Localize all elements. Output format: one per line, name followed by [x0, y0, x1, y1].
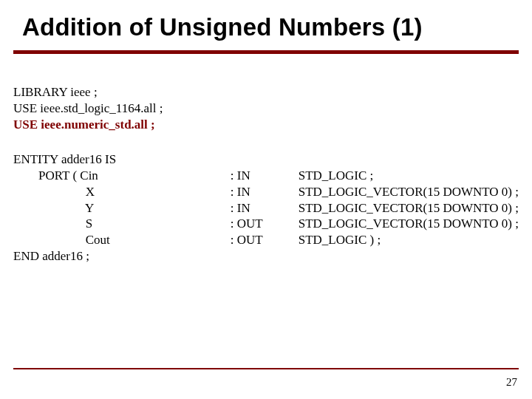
lib-line-3: USE ieee.numeric_std.all ;: [13, 117, 519, 133]
footer-rule: [13, 368, 519, 369]
slide-title: Addition of Unsigned Numbers (1): [22, 13, 423, 41]
entity-col-types: STD_LOGIC ; STD_LOGIC_VECTOR(15 DOWNTO 0…: [299, 151, 519, 264]
page-number: 27: [506, 376, 517, 389]
slide: Addition of Unsigned Numbers (1) LIBRARY…: [0, 0, 532, 399]
entity-block: ENTITY adder16 IS PORT ( Cin X Y S Cout …: [13, 151, 519, 264]
lib-line-1: LIBRARY ieee ;: [13, 84, 519, 100]
title-underline: [13, 50, 519, 54]
entity-col-dirs: : IN : IN : IN : OUT : OUT: [231, 151, 288, 264]
lib-line-2: USE ieee.std_logic_1164.all ;: [13, 100, 519, 117]
entity-col-names: ENTITY adder16 IS PORT ( Cin X Y S Cout …: [13, 151, 220, 264]
library-block: LIBRARY ieee ; USE ieee.std_logic_1164.a…: [13, 84, 519, 132]
slide-body: LIBRARY ieee ; USE ieee.std_logic_1164.a…: [13, 84, 519, 265]
